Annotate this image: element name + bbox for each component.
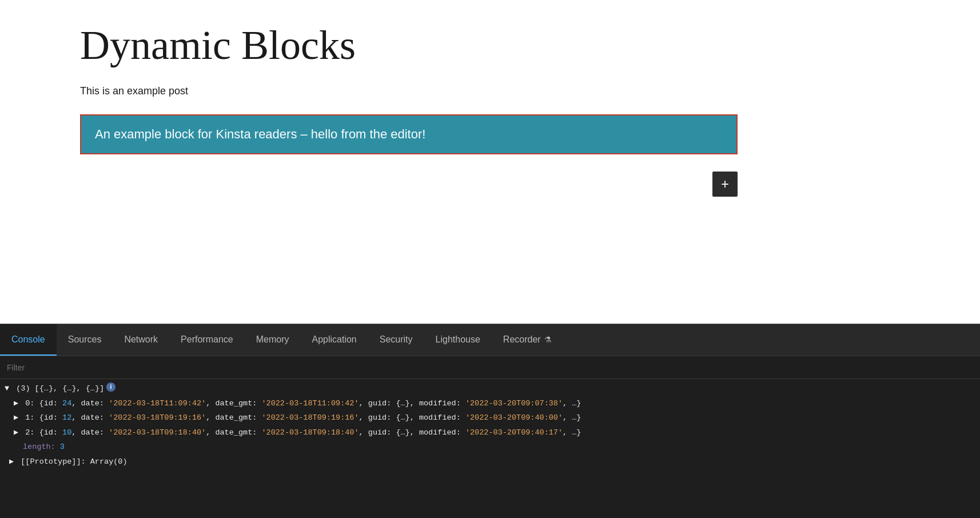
add-block-button[interactable]: + (712, 172, 738, 197)
example-block: An example block for Kinsta readers – he… (80, 114, 738, 154)
page-title: Dynamic Blocks (80, 23, 980, 68)
devtools-filter-bar (0, 356, 980, 379)
add-button-container: + (80, 172, 738, 197)
console-prototype: ▶ [[Prototype]]: Array(0) (0, 455, 980, 469)
devtools-panel: Console Sources Network Performance Memo… (0, 324, 980, 518)
recorder-icon: ⚗ (544, 335, 552, 344)
tab-security[interactable]: Security (368, 324, 424, 356)
devtools-tabs: Console Sources Network Performance Memo… (0, 324, 980, 356)
tab-performance[interactable]: Performance (169, 324, 245, 356)
expand-arrow-1[interactable]: ▶ (14, 412, 18, 424)
tab-console[interactable]: Console (0, 324, 57, 356)
console-item-2: ▶ 2: {id: 10, date: '2022-03-18T09:18:40… (0, 425, 980, 440)
page-content: Dynamic Blocks This is an example post A… (0, 0, 980, 324)
console-item-1: ▶ 1: {id: 12, date: '2022-03-18T09:19:16… (0, 411, 980, 425)
info-icon: i (106, 382, 115, 392)
tab-sources[interactable]: Sources (57, 324, 113, 356)
filter-input[interactable] (7, 363, 121, 372)
tab-lighthouse[interactable]: Lighthouse (424, 324, 492, 356)
expand-arrow-2[interactable]: ▶ (14, 427, 18, 439)
console-item-0: ▶ 0: {id: 24, date: '2022-03-18T11:09:42… (0, 396, 980, 411)
expand-arrow-0[interactable]: ▶ (14, 397, 18, 410)
tab-memory[interactable]: Memory (245, 324, 301, 356)
expand-arrow-proto[interactable]: ▶ (9, 456, 14, 468)
page-subtitle: This is an example post (80, 85, 980, 97)
expand-arrow[interactable]: ▼ (5, 382, 9, 395)
devtools-console: ▼ (3) [{…}, {…}, {…}] i ▶ 0: {id: 24, da… (0, 379, 980, 518)
tab-network[interactable]: Network (113, 324, 169, 356)
tab-application[interactable]: Application (300, 324, 368, 356)
console-length: length: 3 (0, 440, 980, 455)
console-array-header: ▼ (3) [{…}, {…}, {…}] i (0, 381, 980, 396)
tab-recorder[interactable]: Recorder ⚗ (492, 324, 563, 356)
